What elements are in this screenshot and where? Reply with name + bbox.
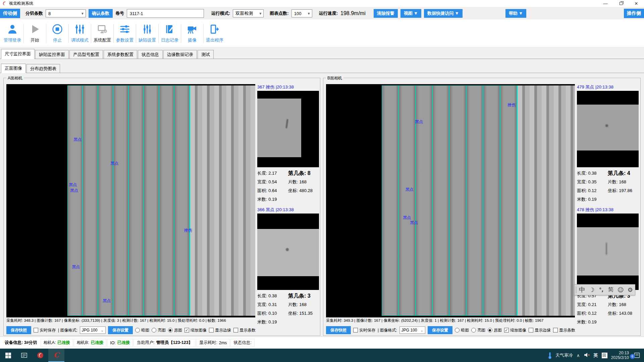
weather-text[interactable]: 天气寒冷: [555, 352, 573, 358]
view-menu-button[interactable]: 视图 ▼: [400, 9, 421, 18]
defect-card[interactable]: 367 挫伤 |20:13:38 长度: 2.17第几条: 8 宽度: 0.54…: [257, 84, 319, 205]
show-edges-checkbox[interactable]: [209, 328, 214, 333]
image-format-select[interactable]: JPG 100⌄: [80, 326, 106, 334]
ime-emoji-icon[interactable]: ☺: [616, 286, 626, 293]
image-format-select[interactable]: JPG 100⌄: [399, 326, 425, 334]
save-settings-button[interactable]: 保存设置: [428, 326, 452, 334]
taskbar: C 天气寒冷 ∧ 英 田 20:13 2025/2/10 6: [0, 349, 644, 362]
slit-count-select[interactable]: 8 ▼: [46, 9, 86, 17]
defect-header: 478 挫伤 |20:13:38: [577, 207, 639, 214]
io-conn-status: 已连接: [117, 340, 130, 346]
tab-status-info[interactable]: 状态信息: [138, 50, 163, 59]
main-tab-bar: 尺寸监控界面 缺陷监控界面 产品型号配置 系统参数配置 状态信息 边缘数据记录 …: [0, 48, 644, 59]
original-image-radio[interactable]: [488, 328, 492, 333]
zoom-image-checkbox[interactable]: ✓: [504, 328, 509, 333]
speaker-muted-icon[interactable]: [584, 352, 590, 359]
notification-badge: 6: [630, 354, 635, 359]
tab-size-monitor[interactable]: 尺寸监控界面: [1, 49, 35, 59]
tab-defect-monitor[interactable]: 缺陷监控界面: [35, 50, 69, 59]
start-button[interactable]: [0, 349, 16, 362]
clock[interactable]: 20:13 2025/2/10: [611, 351, 629, 360]
save-settings-button[interactable]: 保存设置: [108, 326, 133, 334]
show-edges-checkbox[interactable]: [529, 328, 533, 333]
save-snapshot-button[interactable]: 保存快照: [326, 326, 351, 334]
restore-button[interactable]: [613, 0, 629, 7]
title-bar: 视觉检测系统 — ✕: [0, 0, 644, 7]
param-settings-button[interactable]: 参数设置: [114, 21, 136, 46]
operator-side-button[interactable]: 操作侧: [624, 9, 644, 18]
image-format-label: | 图像格式:: [378, 327, 397, 333]
defect-marker-label: 黑点: [70, 188, 78, 193]
vision-app-taskbar-button[interactable]: C: [48, 349, 64, 362]
realtime-save-checkbox[interactable]: [353, 328, 358, 333]
tab-edge-data-record[interactable]: 边缘数据记录: [163, 50, 197, 59]
confirm-count-button[interactable]: 确认条数: [89, 9, 113, 18]
pinned-app-button[interactable]: [32, 349, 48, 362]
defect-marker-label: 黑点: [72, 264, 80, 270]
exit-program-button[interactable]: 退出程序: [204, 21, 226, 46]
original-image-radio[interactable]: [168, 328, 173, 333]
tab-system-param-config[interactable]: 系统参数配置: [104, 50, 137, 59]
defect-card[interactable]: 366 黑点 |20:13:38 长度: 0.38第几条: 3 宽度: 0.31…: [257, 207, 319, 327]
run-mode-select[interactable]: 双面检测 ▼: [233, 9, 264, 17]
ime-language-bar[interactable]: 中 ☽ °, 简 ☺ ⚙: [574, 284, 635, 295]
camera-a-conn-label: 相机A:: [44, 340, 56, 346]
log-record-button[interactable]: 日志记录: [159, 21, 181, 46]
bright-image-radio[interactable]: [152, 328, 156, 333]
ime-simplified-icon[interactable]: 简: [606, 286, 616, 293]
tab-front-image[interactable]: 正面图像: [1, 64, 26, 73]
close-button[interactable]: ✕: [629, 0, 644, 7]
ime-punctuation-icon[interactable]: °,: [596, 287, 606, 293]
run-speed-value: 198.9m/mi: [340, 10, 366, 16]
task-view-button[interactable]: [16, 349, 32, 362]
system-tray: 天气寒冷 ∧ 英 田 20:13 2025/2/10 6: [548, 349, 644, 362]
tab-product-model-config[interactable]: 产品型号配置: [69, 50, 103, 59]
thermometer-icon[interactable]: [548, 352, 552, 359]
zoom-image-checkbox[interactable]: ✓: [184, 328, 189, 333]
camera-b-image[interactable]: 挫伤 黑点 黑点 黑点 黑点: [326, 84, 575, 317]
defect-card[interactable]: 479 黑点 |20:13:38 长度: 0.38第几条: 4 宽度: 0.35…: [577, 84, 639, 205]
dark-image-radio[interactable]: [455, 328, 460, 333]
start-button[interactable]: 开始: [24, 21, 46, 46]
save-snapshot-button[interactable]: 保存快照: [6, 326, 31, 334]
ime-settings-gear-icon[interactable]: ⚙: [625, 286, 635, 293]
realtime-save-checkbox[interactable]: [34, 328, 38, 333]
defect-card[interactable]: 478 挫伤 |20:13:38 长度: 0.57第几条: 3 宽度: 0.21…: [577, 207, 639, 327]
vision-app-icon: C: [54, 351, 59, 359]
minimize-button[interactable]: —: [598, 0, 613, 7]
chart-points-label: 图表点数:: [270, 10, 288, 16]
debug-mode-button[interactable]: 调试模式: [69, 21, 91, 46]
task-view-icon: [21, 352, 27, 358]
banded-region: [190, 85, 255, 316]
tab-distribution-trend-chart[interactable]: 分布趋势图表: [26, 64, 60, 73]
strip-region: [67, 85, 191, 316]
help-menu-button[interactable]: 帮助 ▼: [505, 9, 526, 18]
drive-side-button[interactable]: 传动侧: [0, 9, 20, 18]
data-quick-access-button[interactable]: 数据快捷访问 ▼: [424, 9, 462, 18]
tab-test[interactable]: 测试: [198, 50, 214, 59]
show-count-checkbox[interactable]: [233, 328, 238, 333]
defect-marker-label: 黑点: [69, 182, 77, 188]
status-info-label: 状态信息:: [233, 340, 251, 346]
ime-language-indicator[interactable]: 英: [594, 352, 598, 358]
ime-chinese-mode-icon[interactable]: 中: [577, 286, 587, 294]
system-config-button[interactable]: 系统配置: [91, 21, 113, 46]
admin-login-button[interactable]: 管理登录: [1, 21, 23, 46]
chart-points-select[interactable]: 100 ▼: [291, 9, 312, 17]
defect-thumbnail: [257, 91, 319, 167]
roll-number-input[interactable]: 3117-1: [127, 9, 204, 18]
camera-a-image[interactable]: 黑点 黑点 黑点 黑点 挫伤 黑点 黑点: [6, 84, 255, 317]
ime-fullwidth-moon-icon[interactable]: ☽: [587, 286, 597, 293]
camera-b-conn-label: 相机B:: [77, 340, 89, 346]
ime-grid-icon[interactable]: 田: [602, 353, 607, 358]
show-count-checkbox[interactable]: [553, 328, 558, 333]
device-info: 设备信息: 3#分切: [5, 340, 37, 346]
capture-button[interactable]: 摄像: [181, 21, 203, 46]
defect-settings-button[interactable]: 缺陷设置: [136, 21, 158, 46]
dark-image-radio[interactable]: [135, 328, 140, 333]
hidden-icons-arrow[interactable]: ∧: [577, 353, 580, 358]
bright-image-radio[interactable]: [471, 328, 476, 333]
notification-center-button[interactable]: 6: [633, 352, 641, 358]
clear-alarm-button[interactable]: 清除报警: [374, 9, 398, 18]
stop-button[interactable]: 停止: [46, 21, 68, 46]
